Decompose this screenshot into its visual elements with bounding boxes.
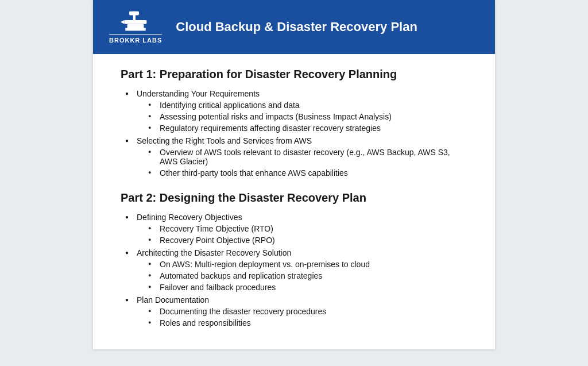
part1-heading: Part 1: Preparation for Disaster Recover… xyxy=(121,68,467,81)
part2-heading: Part 2: Designing the Disaster Recovery … xyxy=(121,191,467,205)
brokkr-logo-icon xyxy=(118,10,153,32)
sub-list: Recovery Time Objective (RTO) Recovery P… xyxy=(137,224,467,245)
list-item: On AWS: Multi-region deployment vs. on-p… xyxy=(148,260,467,269)
sub-list: Overview of AWS tools relevant to disast… xyxy=(137,148,467,178)
sub-list: Identifying critical applications and da… xyxy=(137,101,467,133)
list-item: Recovery Time Objective (RTO) xyxy=(148,224,467,233)
list-item: Failover and failback procedures xyxy=(148,283,467,292)
list-item: Automated backups and replication strate… xyxy=(148,271,467,280)
svg-rect-2 xyxy=(125,20,147,24)
list-item: Identifying critical applications and da… xyxy=(148,101,467,110)
list-item: Selecting the Right Tools and Services f… xyxy=(125,136,467,178)
list-item: Documenting the disaster recovery proced… xyxy=(148,307,467,316)
list-item: Assessing potential risks and impacts (B… xyxy=(148,112,467,121)
page-container: BROKKR LABS Cloud Backup & Disaster Reco… xyxy=(93,0,495,349)
list-item: Understanding Your Requirements Identify… xyxy=(125,89,467,133)
header-title: Cloud Backup & Disaster Recovery Plan xyxy=(176,20,417,34)
list-item-faded: Plan Documentation Documenting the disas… xyxy=(125,295,467,328)
svg-marker-5 xyxy=(121,20,125,24)
sub-list-faded: Documenting the disaster recovery proced… xyxy=(137,307,467,328)
sub-list: On AWS: Multi-region deployment vs. on-p… xyxy=(137,260,467,292)
list-item: Regulatory requirements affecting disast… xyxy=(148,124,467,133)
list-item: Roles and responsibilities xyxy=(148,318,467,328)
list-item: Recovery Point Objective (RPO) xyxy=(148,236,467,245)
svg-rect-1 xyxy=(129,11,139,16)
header: BROKKR LABS Cloud Backup & Disaster Reco… xyxy=(93,0,495,54)
content-area: Part 1: Preparation for Disaster Recover… xyxy=(93,54,495,349)
list-item: Architecting the Disaster Recovery Solut… xyxy=(125,248,467,292)
part1-list: Understanding Your Requirements Identify… xyxy=(121,89,467,178)
list-item: Overview of AWS tools relevant to disast… xyxy=(148,148,467,166)
logo-brand: BROKKR LABS xyxy=(109,34,162,44)
svg-rect-4 xyxy=(125,28,145,30)
list-item: Defining Recovery Objectives Recovery Ti… xyxy=(125,213,467,245)
list-item: Other third-party tools that enhance AWS… xyxy=(148,168,467,178)
logo-area: BROKKR LABS xyxy=(109,10,162,44)
part2-list: Defining Recovery Objectives Recovery Ti… xyxy=(121,213,467,328)
